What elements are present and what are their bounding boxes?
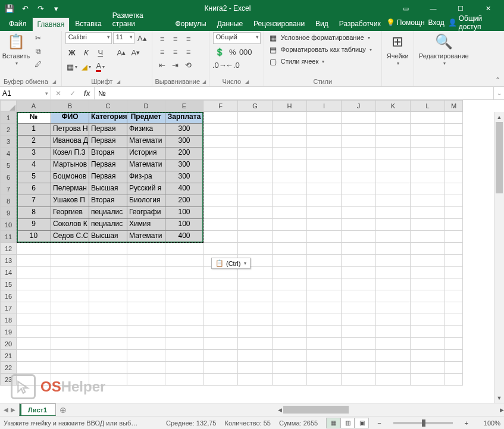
cell[interactable]	[376, 278, 411, 290]
cell[interactable]	[307, 207, 342, 219]
row-header[interactable]: 5	[0, 159, 17, 171]
cell[interactable]	[89, 278, 127, 290]
cell[interactable]	[89, 374, 127, 386]
shrink-font-button[interactable]: A▾	[129, 46, 142, 59]
scroll-left-button[interactable]: ◀	[278, 405, 282, 415]
cell[interactable]	[165, 326, 204, 338]
row-header[interactable]: 2	[0, 124, 17, 136]
cell[interactable]: Иванова Д	[51, 136, 89, 148]
cell[interactable]: 300	[165, 124, 204, 136]
cell[interactable]	[376, 314, 411, 326]
cell[interactable]	[238, 159, 273, 171]
cell-styles-button[interactable]: ▢Стили ячеек▾	[268, 56, 324, 67]
cell[interactable]	[165, 290, 204, 302]
cell[interactable]	[411, 231, 445, 243]
cell[interactable]	[445, 159, 463, 171]
row-header[interactable]: 4	[0, 148, 17, 159]
undo-button[interactable]: ↶	[18, 2, 32, 15]
row-header[interactable]: 16	[0, 290, 17, 302]
cell[interactable]	[342, 136, 376, 148]
cell[interactable]	[342, 124, 376, 136]
tab-file[interactable]: Файл	[4, 17, 32, 31]
cell[interactable]: 9	[17, 219, 51, 231]
cell[interactable]	[445, 148, 463, 159]
increase-font-button[interactable]: A▴	[136, 32, 149, 45]
cell[interactable]	[307, 124, 342, 136]
page-break-view-button[interactable]: ▣	[355, 418, 369, 428]
vscroll-thumb[interactable]	[496, 122, 503, 193]
cell[interactable]: 300	[165, 171, 204, 183]
tab-view[interactable]: Вид	[310, 17, 334, 31]
cell[interactable]	[342, 219, 376, 231]
cell[interactable]: 5	[17, 171, 51, 183]
cell[interactable]	[411, 243, 445, 255]
formula-input[interactable]: №	[95, 87, 493, 99]
align-right-button[interactable]: ≡	[182, 45, 195, 58]
cell[interactable]	[273, 219, 307, 231]
cell[interactable]	[342, 195, 376, 207]
cell[interactable]	[17, 362, 51, 374]
cell[interactable]	[376, 183, 411, 195]
cell[interactable]	[307, 231, 342, 243]
cell[interactable]	[17, 314, 51, 326]
cell[interactable]	[51, 267, 89, 278]
cell[interactable]	[273, 171, 307, 183]
cell[interactable]: Первая	[89, 136, 127, 148]
cell[interactable]	[342, 326, 376, 338]
cell[interactable]: Первая	[89, 159, 127, 171]
cell[interactable]: 100	[165, 219, 204, 231]
column-header[interactable]: D	[127, 100, 165, 112]
cell[interactable]	[273, 338, 307, 350]
cell[interactable]	[51, 362, 89, 374]
cut-button[interactable]: ✂	[32, 32, 44, 44]
cell[interactable]	[17, 338, 51, 350]
cell[interactable]: 300	[165, 159, 204, 171]
cell[interactable]	[307, 195, 342, 207]
cell[interactable]	[445, 314, 463, 326]
tab-home[interactable]: Главная	[32, 17, 70, 31]
cell[interactable]	[342, 148, 376, 159]
font-color-button[interactable]: A▾	[94, 60, 107, 73]
cell[interactable]	[204, 326, 238, 338]
cell[interactable]	[17, 350, 51, 362]
cell[interactable]	[342, 290, 376, 302]
cell[interactable]	[376, 267, 411, 278]
borders-button[interactable]: ▦▾	[65, 60, 79, 73]
format-painter-button[interactable]: 🖊	[32, 58, 44, 70]
cell[interactable]	[342, 255, 376, 267]
cell[interactable]: 3	[17, 148, 51, 159]
cell[interactable]: Первая	[89, 171, 127, 183]
column-header[interactable]: G	[238, 100, 273, 112]
row-header[interactable]: 21	[0, 350, 17, 362]
column-header[interactable]: I	[307, 100, 342, 112]
cell[interactable]	[307, 243, 342, 255]
cell[interactable]	[204, 183, 238, 195]
cell[interactable]	[342, 159, 376, 171]
cell[interactable]	[411, 255, 445, 267]
cell[interactable]	[445, 219, 463, 231]
cell[interactable]: 1	[17, 124, 51, 136]
zoom-in-button[interactable]: +	[465, 419, 468, 427]
column-header[interactable]: F	[204, 100, 238, 112]
cell[interactable]	[445, 255, 463, 267]
column-header[interactable]: C	[89, 100, 127, 112]
cell[interactable]	[307, 219, 342, 231]
cell[interactable]	[204, 148, 238, 159]
row-header[interactable]: 20	[0, 338, 17, 350]
cell[interactable]	[273, 290, 307, 302]
cell[interactable]: История	[127, 148, 165, 159]
cell[interactable]	[376, 302, 411, 314]
cell[interactable]: Математи	[127, 159, 165, 171]
cell[interactable]	[445, 350, 463, 362]
spreadsheet-grid[interactable]: ABCDEFGHIJKLM1№ФИОКатегорияПредметЗарпла…	[0, 100, 504, 403]
align-bottom-button[interactable]: ≡	[182, 32, 195, 45]
cell[interactable]	[238, 207, 273, 219]
cell[interactable]	[204, 278, 238, 290]
cell[interactable]: Пелерман	[51, 183, 89, 195]
cell[interactable]: Категория	[89, 112, 127, 124]
zoom-out-button[interactable]: −	[377, 419, 381, 427]
currency-button[interactable]: 💲	[213, 45, 226, 58]
row-header[interactable]: 8	[0, 195, 17, 207]
cell[interactable]	[51, 338, 89, 350]
cell[interactable]	[273, 243, 307, 255]
